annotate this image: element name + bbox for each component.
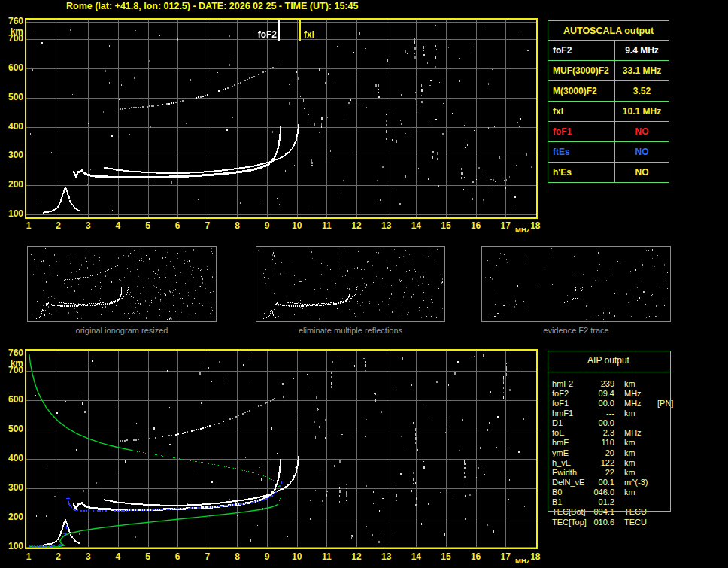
x-tick-label: 6 (169, 552, 186, 562)
aip-value: 046.0 (590, 488, 614, 497)
aip-label: D1 (552, 418, 590, 427)
aip-label: TEC[Bot] (552, 507, 590, 516)
x-tick-label: 7 (199, 221, 216, 231)
x-tick-label: 6 (169, 221, 186, 231)
aip-row-tec-bot-: TEC[Bot]004.1TECU (552, 507, 725, 517)
aip-unit: MHz (624, 428, 656, 437)
aip-value: 110 (590, 438, 614, 447)
x-tick-label: 9 (259, 221, 275, 231)
x-tick-label: 13 (378, 221, 395, 231)
aip-unit: km (624, 409, 656, 418)
row-label: M(3000)F2 (548, 81, 615, 101)
y-tick-label: 300 (0, 150, 23, 160)
aip-row-fof1: foF100.0MHz[PN] (552, 398, 725, 408)
y-tick-label: 500 (0, 424, 23, 434)
thumbnail-evidence-f2-trace (481, 246, 671, 322)
aip-value: 20 (590, 448, 614, 457)
row-label: foF1 (548, 122, 615, 141)
x-tick-label: 12 (348, 221, 365, 231)
aip-value: 004.1 (590, 507, 614, 516)
aip-value: --- (590, 409, 614, 418)
table-row-m3000f2: M(3000)F2 3.52 (548, 81, 669, 102)
x-tick-label: 1 (20, 552, 37, 562)
table-row-hes: h'Es NO (548, 163, 669, 182)
aip-label: B0 (552, 488, 590, 497)
row-value: 10.1 MHz (615, 106, 669, 117)
aip-unit: km (624, 379, 656, 388)
aip-unit: m^(-3) (624, 478, 656, 487)
table-row-fof2: foF2 9.4 MHz (548, 41, 669, 61)
aip-row-b0: B0046.0km (552, 488, 725, 497)
fof2-marker-label: foF2 (248, 29, 277, 40)
x-tick-label: 3 (80, 552, 96, 562)
x-tick-label: 14 (408, 221, 424, 231)
x-tick-label: 12 (348, 552, 365, 562)
table-row-muf3000f2: MUF(3000)F2 33.1 MHz (548, 61, 669, 81)
y-tick-label: 100 (0, 209, 23, 219)
x-tick-label: 11 (318, 552, 335, 562)
aip-unit: km (624, 448, 656, 457)
table-row-fof1: foF1 NO (548, 122, 669, 142)
autoscala-output-table: AUTOSCALA output foF2 9.4 MHz MUF(3000)F… (548, 20, 669, 183)
aip-header-divider (548, 372, 670, 372)
y-tick-label: 200 (0, 512, 23, 522)
x-tick-label: 3 (80, 221, 96, 231)
aip-row-b1: B101.2 (552, 497, 725, 507)
autoscala-table-header: AUTOSCALA output (548, 21, 669, 41)
y-tick-label: 200 (0, 180, 23, 190)
x-tick-label: 10 (289, 221, 305, 231)
y-tick-label: 600 (0, 395, 23, 405)
row-label: h'Es (548, 163, 615, 182)
aip-label: ymE (552, 448, 590, 457)
top-y-axis-unit: km (0, 26, 23, 37)
aip-output-rows: hmF2239kmfoF209.4MHzfoF100.0MHz[PN]hmF1-… (552, 378, 725, 527)
x-tick-label: 4 (110, 221, 126, 231)
row-value: NO (615, 167, 669, 178)
aip-extra: [PN] (657, 399, 673, 408)
aip-unit: km (624, 458, 656, 467)
top-x-axis-unit: MHz (515, 226, 530, 234)
row-value: 9.4 MHz (615, 45, 669, 56)
aip-label: h_vE (552, 458, 590, 467)
aip-label: hmF1 (552, 409, 590, 418)
y-tick-label: 500 (0, 93, 23, 102)
aip-value: 122 (590, 458, 614, 467)
aip-value: 09.4 (590, 389, 614, 398)
aip-value: 00.0 (590, 418, 614, 427)
aip-row-tec-top-: TEC[Top]010.6TECU (552, 517, 725, 527)
x-tick-label: 17 (497, 552, 514, 562)
aip-value: 00.0 (590, 399, 614, 408)
aip-row-deln-ve: DelN_vE00.1m^(-3) (552, 477, 725, 487)
x-tick-label: 5 (140, 221, 156, 231)
bottom-x-axis-unit: MHz (515, 557, 530, 565)
fxi-marker-label: fxI (304, 29, 314, 40)
aip-value: 010.6 (590, 518, 614, 527)
aip-label: hmE (552, 438, 590, 447)
aip-row-hmf1: hmF1---km (552, 408, 725, 418)
x-tick-label: 15 (438, 221, 454, 231)
aip-row-hme: hmE110km (552, 438, 725, 448)
row-label: ftEs (548, 142, 615, 162)
aip-unit: km (624, 438, 656, 447)
y-tick-label: 760 (0, 17, 23, 26)
row-value: 33.1 MHz (615, 65, 669, 76)
aip-label: foF2 (552, 389, 590, 398)
table-row-ftes: ftEs NO (548, 142, 669, 163)
thumbnail-caption: original ionogram resized (27, 326, 217, 335)
aip-value: 00.1 (590, 478, 614, 487)
thumbnail-original-ionogram (27, 246, 217, 322)
x-tick-label: 16 (468, 221, 484, 231)
aip-unit: MHz (624, 399, 656, 408)
station-date-title: Rome (lat: +41.8, lon: 012.5) - DATE: 20… (66, 1, 358, 11)
aip-row-ewidth: Ewidth22km (552, 467, 725, 477)
y-tick-label: 760 (0, 348, 23, 358)
x-tick-label: 15 (438, 552, 454, 562)
aip-unit: MHz (624, 389, 656, 398)
aip-row-d1: D100.0 (552, 418, 725, 428)
x-tick-label: 5 (140, 552, 156, 562)
x-tick-label: 16 (468, 552, 484, 562)
x-tick-label: 2 (50, 221, 67, 231)
x-tick-label: 17 (497, 221, 514, 231)
autoscala-window: Rome (lat: +41.8, lon: 012.5) - DATE: 20… (0, 0, 728, 568)
x-tick-label: 14 (408, 552, 424, 562)
